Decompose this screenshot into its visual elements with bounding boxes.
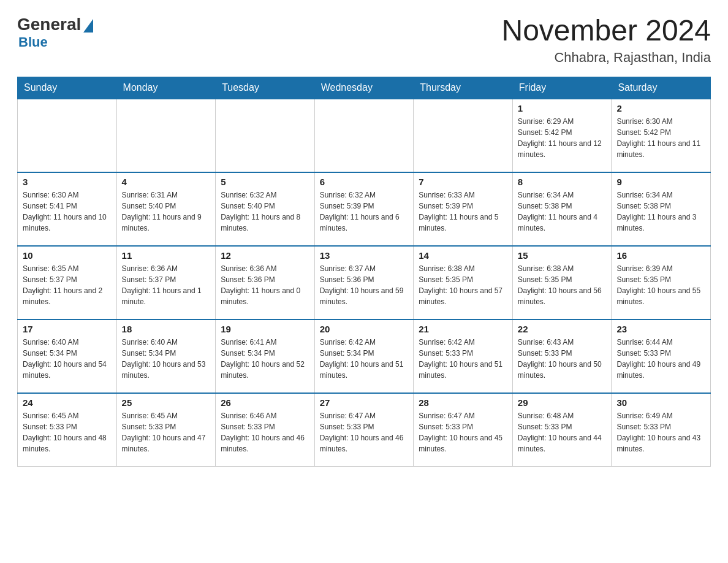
calendar-cell: 22Sunrise: 6:43 AMSunset: 5:33 PMDayligh…: [512, 320, 612, 393]
day-info: Sunrise: 6:42 AMSunset: 5:33 PMDaylight:…: [419, 337, 507, 381]
calendar-cell: 19Sunrise: 6:41 AMSunset: 5:34 PMDayligh…: [216, 320, 315, 393]
week-row-1: 3Sunrise: 6:30 AMSunset: 5:41 PMDaylight…: [18, 172, 711, 246]
day-number: 4: [122, 177, 211, 187]
calendar-cell: 25Sunrise: 6:45 AMSunset: 5:33 PMDayligh…: [116, 393, 216, 467]
day-number: 24: [23, 397, 112, 408]
day-info: Sunrise: 6:44 AMSunset: 5:33 PMDaylight:…: [616, 337, 705, 381]
day-number: 29: [518, 397, 607, 408]
calendar-cell: 13Sunrise: 6:37 AMSunset: 5:36 PMDayligh…: [314, 246, 414, 320]
day-number: 2: [616, 103, 705, 113]
day-info: Sunrise: 6:41 AMSunset: 5:34 PMDaylight:…: [221, 337, 309, 381]
day-info: Sunrise: 6:30 AMSunset: 5:41 PMDaylight:…: [23, 190, 112, 234]
day-number: 19: [221, 324, 309, 334]
calendar-cell: [216, 99, 315, 172]
day-number: 23: [616, 324, 705, 334]
day-number: 20: [320, 324, 409, 334]
calendar-cell: 15Sunrise: 6:38 AMSunset: 5:35 PMDayligh…: [512, 246, 612, 320]
weekday-header-row: SundayMondayTuesdayWednesdayThursdayFrid…: [18, 77, 711, 99]
day-number: 3: [23, 177, 112, 187]
calendar-cell: 23Sunrise: 6:44 AMSunset: 5:33 PMDayligh…: [612, 320, 711, 393]
day-info: Sunrise: 6:34 AMSunset: 5:38 PMDaylight:…: [518, 190, 607, 234]
day-number: 10: [23, 250, 112, 261]
day-info: Sunrise: 6:46 AMSunset: 5:33 PMDaylight:…: [221, 410, 309, 454]
day-number: 1: [518, 103, 607, 113]
weekday-header-friday: Friday: [512, 77, 612, 99]
calendar-cell: 6Sunrise: 6:32 AMSunset: 5:39 PMDaylight…: [314, 172, 414, 246]
calendar-cell: [18, 99, 117, 172]
week-row-3: 17Sunrise: 6:40 AMSunset: 5:34 PMDayligh…: [18, 320, 711, 393]
day-info: Sunrise: 6:45 AMSunset: 5:33 PMDaylight:…: [23, 410, 112, 454]
weekday-header-tuesday: Tuesday: [216, 77, 315, 99]
day-info: Sunrise: 6:35 AMSunset: 5:37 PMDaylight:…: [23, 263, 112, 307]
day-number: 5: [221, 177, 309, 187]
calendar-cell: 28Sunrise: 6:47 AMSunset: 5:33 PMDayligh…: [414, 393, 513, 467]
day-number: 21: [419, 324, 507, 334]
calendar-cell: 11Sunrise: 6:36 AMSunset: 5:37 PMDayligh…: [116, 246, 216, 320]
calendar-cell: 16Sunrise: 6:39 AMSunset: 5:35 PMDayligh…: [612, 246, 711, 320]
day-info: Sunrise: 6:47 AMSunset: 5:33 PMDaylight:…: [419, 410, 507, 454]
day-info: Sunrise: 6:33 AMSunset: 5:39 PMDaylight:…: [419, 190, 507, 234]
day-info: Sunrise: 6:38 AMSunset: 5:35 PMDaylight:…: [419, 263, 507, 307]
day-number: 9: [616, 177, 705, 187]
day-number: 12: [221, 250, 309, 261]
calendar-cell: 27Sunrise: 6:47 AMSunset: 5:33 PMDayligh…: [314, 393, 414, 467]
logo-general-text: General: [17, 15, 81, 34]
calendar-cell: 10Sunrise: 6:35 AMSunset: 5:37 PMDayligh…: [18, 246, 117, 320]
week-row-4: 24Sunrise: 6:45 AMSunset: 5:33 PMDayligh…: [18, 393, 711, 467]
day-info: Sunrise: 6:47 AMSunset: 5:33 PMDaylight:…: [320, 410, 409, 454]
day-number: 6: [320, 177, 409, 187]
day-info: Sunrise: 6:39 AMSunset: 5:35 PMDaylight:…: [616, 263, 705, 307]
calendar-cell: 30Sunrise: 6:49 AMSunset: 5:33 PMDayligh…: [612, 393, 711, 467]
calendar-cell: 20Sunrise: 6:42 AMSunset: 5:34 PMDayligh…: [314, 320, 414, 393]
day-info: Sunrise: 6:34 AMSunset: 5:38 PMDaylight:…: [616, 190, 705, 234]
calendar-cell: 1Sunrise: 6:29 AMSunset: 5:42 PMDaylight…: [512, 99, 612, 172]
day-number: 27: [320, 397, 409, 408]
logo: General Blue: [17, 15, 93, 50]
week-row-0: 1Sunrise: 6:29 AMSunset: 5:42 PMDaylight…: [18, 99, 711, 172]
calendar-cell: 8Sunrise: 6:34 AMSunset: 5:38 PMDaylight…: [512, 172, 612, 246]
day-info: Sunrise: 6:48 AMSunset: 5:33 PMDaylight:…: [518, 410, 607, 454]
day-info: Sunrise: 6:32 AMSunset: 5:40 PMDaylight:…: [221, 190, 309, 234]
day-number: 22: [518, 324, 607, 334]
day-number: 7: [419, 177, 507, 187]
calendar-title: November 2024: [501, 15, 711, 47]
day-info: Sunrise: 6:32 AMSunset: 5:39 PMDaylight:…: [320, 190, 409, 234]
calendar-cell: [414, 99, 513, 172]
day-info: Sunrise: 6:30 AMSunset: 5:42 PMDaylight:…: [616, 116, 705, 160]
day-number: 13: [320, 250, 409, 261]
day-number: 15: [518, 250, 607, 261]
calendar-cell: 24Sunrise: 6:45 AMSunset: 5:33 PMDayligh…: [18, 393, 117, 467]
day-info: Sunrise: 6:45 AMSunset: 5:33 PMDaylight:…: [122, 410, 211, 454]
calendar-cell: 5Sunrise: 6:32 AMSunset: 5:40 PMDaylight…: [216, 172, 315, 246]
day-info: Sunrise: 6:43 AMSunset: 5:33 PMDaylight:…: [518, 337, 607, 381]
calendar-cell: 17Sunrise: 6:40 AMSunset: 5:34 PMDayligh…: [18, 320, 117, 393]
calendar-cell: 3Sunrise: 6:30 AMSunset: 5:41 PMDaylight…: [18, 172, 117, 246]
calendar-subtitle: Chhabra, Rajasthan, India: [501, 50, 711, 66]
day-number: 17: [23, 324, 112, 334]
weekday-header-monday: Monday: [116, 77, 216, 99]
calendar-cell: 2Sunrise: 6:30 AMSunset: 5:42 PMDaylight…: [612, 99, 711, 172]
day-info: Sunrise: 6:31 AMSunset: 5:40 PMDaylight:…: [122, 190, 211, 234]
day-number: 8: [518, 177, 607, 187]
day-number: 26: [221, 397, 309, 408]
day-info: Sunrise: 6:36 AMSunset: 5:36 PMDaylight:…: [221, 263, 309, 307]
weekday-header-wednesday: Wednesday: [314, 77, 414, 99]
day-info: Sunrise: 6:40 AMSunset: 5:34 PMDaylight:…: [23, 337, 112, 381]
logo-triangle-icon: [83, 19, 93, 33]
day-info: Sunrise: 6:42 AMSunset: 5:34 PMDaylight:…: [320, 337, 409, 381]
calendar-cell: 12Sunrise: 6:36 AMSunset: 5:36 PMDayligh…: [216, 246, 315, 320]
day-info: Sunrise: 6:38 AMSunset: 5:35 PMDaylight:…: [518, 263, 607, 307]
page-header: General Blue November 2024 Chhabra, Raja…: [17, 15, 711, 66]
logo-blue-text: Blue: [18, 34, 48, 50]
calendar-cell: 26Sunrise: 6:46 AMSunset: 5:33 PMDayligh…: [216, 393, 315, 467]
calendar-cell: [116, 99, 216, 172]
day-info: Sunrise: 6:37 AMSunset: 5:36 PMDaylight:…: [320, 263, 409, 307]
calendar-cell: 14Sunrise: 6:38 AMSunset: 5:35 PMDayligh…: [414, 246, 513, 320]
week-row-2: 10Sunrise: 6:35 AMSunset: 5:37 PMDayligh…: [18, 246, 711, 320]
calendar-cell: [314, 99, 414, 172]
day-info: Sunrise: 6:40 AMSunset: 5:34 PMDaylight:…: [122, 337, 211, 381]
weekday-header-saturday: Saturday: [612, 77, 711, 99]
day-info: Sunrise: 6:29 AMSunset: 5:42 PMDaylight:…: [518, 116, 607, 160]
day-number: 30: [616, 397, 705, 408]
day-number: 11: [122, 250, 211, 261]
